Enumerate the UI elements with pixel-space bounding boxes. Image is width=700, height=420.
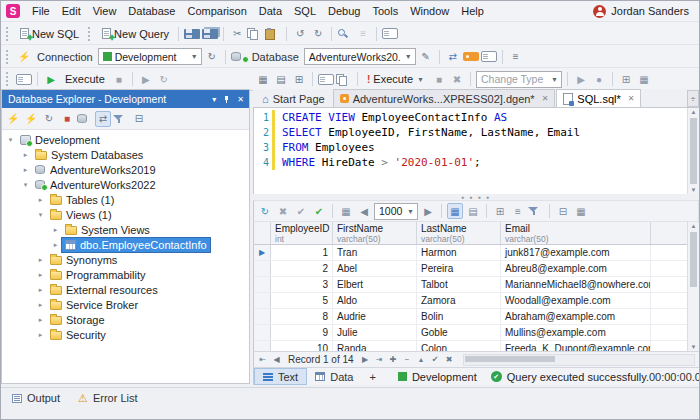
tree-item-system-views[interactable]: ▸System Views (2, 222, 249, 237)
grid-cell[interactable]: 2 (271, 261, 333, 276)
card-view-icon[interactable]: ⊞ (492, 203, 508, 219)
tree-item-storage[interactable]: ▸Storage (2, 312, 249, 327)
results-tab-data[interactable]: Data (307, 368, 361, 385)
stop-icon[interactable]: ■ (111, 71, 127, 87)
chart-icon[interactable]: ▦ (636, 71, 652, 87)
scroll-up-icon[interactable]: ▲ (688, 223, 699, 229)
tree-item-dbo-employeecontactinfo[interactable]: ▸dbo.EmployeeContactInfo (2, 237, 249, 252)
code-line[interactable]: 2SELECT EmployeeID, FirstName, LastName,… (254, 125, 687, 140)
tree-item-synonyms[interactable]: ▸Synonyms (2, 252, 249, 267)
new-window-icon[interactable] (16, 74, 32, 85)
tree-item-adventureworks2022[interactable]: ▾AdventureWorks2022 (2, 177, 249, 192)
menu-tools[interactable]: Tools (366, 1, 404, 21)
grid-scrollbar[interactable]: ▲ ▼ (687, 222, 699, 351)
editor-scrollbar[interactable]: ▲ ▼ (687, 108, 699, 194)
append-record-button[interactable]: ✚ (387, 353, 400, 366)
explorer-header[interactable]: Database Explorer - Development ▾ ✕ (2, 90, 249, 108)
grid-cell[interactable]: Abel (333, 261, 417, 276)
expander-icon[interactable]: ▸ (36, 196, 45, 204)
table-row[interactable]: 9JulieGobleMullins@example.com (254, 325, 687, 341)
column-header-email[interactable]: Emailvarchar(50) (501, 222, 651, 244)
menu-help[interactable]: Help (455, 1, 490, 21)
database-icon[interactable] (231, 51, 247, 62)
first-record-button[interactable]: ⇤ (256, 353, 269, 366)
grid-cell[interactable]: Bolin (417, 309, 501, 324)
scrollbar-thumb[interactable] (465, 356, 555, 362)
tab-data-generator[interactable]: AdventureWorks...XPRESS02].dgen*✕ (333, 89, 556, 107)
grid-cell[interactable]: Elbert (333, 277, 417, 292)
connect-icon[interactable]: ⚡ (5, 111, 21, 127)
user-account-button[interactable]: Jordan Sanders (593, 5, 699, 18)
results-layout-icon[interactable]: ⊞ (291, 71, 307, 87)
refresh-explorer-icon[interactable]: ↻ (41, 111, 57, 127)
refresh-connection-icon[interactable]: ↻ (204, 49, 220, 65)
grid-cell[interactable]: Pereira (417, 261, 501, 276)
copy-doc-icon[interactable] (336, 74, 352, 85)
grid-cell[interactable]: Abraham@example.com (501, 309, 651, 324)
data-generator-icon[interactable] (463, 52, 479, 61)
query-doc-icon[interactable] (318, 74, 334, 85)
expander-icon[interactable]: ▾ (21, 181, 30, 189)
menu-data[interactable]: Data (253, 1, 288, 21)
grid-cell[interactable]: 8 (271, 309, 333, 324)
fetch-all-icon[interactable]: ▦ (338, 203, 354, 219)
menu-sql[interactable]: SQL (288, 1, 322, 21)
save-icon[interactable] (184, 29, 200, 39)
grid-cell[interactable]: Tran (333, 245, 417, 260)
expander-icon[interactable]: ▸ (36, 301, 45, 309)
documenter-icon[interactable] (481, 51, 497, 62)
menu-view[interactable]: View (87, 1, 123, 21)
redo-icon[interactable]: ↻ (310, 26, 326, 42)
commit-icon[interactable]: ✔ (311, 203, 327, 219)
expander-icon[interactable]: ▾ (36, 211, 45, 219)
row-limit-combo[interactable]: 1000▼ (374, 203, 418, 220)
sync-with-editor-icon[interactable]: ⇄ (95, 111, 111, 127)
column-header-lastname[interactable]: LastNamevarchar(50) (417, 222, 501, 244)
stop-execution-icon[interactable]: ■ (431, 71, 447, 87)
grid-cell[interactable]: 1 (271, 245, 333, 260)
sql-editor[interactable]: 1CREATE VIEW EmployeeContactInfo AS2SELE… (253, 108, 687, 194)
expander-icon[interactable]: ▸ (21, 166, 30, 174)
grid-cell[interactable]: Woodall@example.com (501, 293, 651, 308)
grid-cell[interactable]: Freeda_K_Dupont@example.com (501, 341, 651, 351)
grid-cell[interactable]: Zamora (417, 293, 501, 308)
expander-icon[interactable]: ▸ (36, 286, 45, 294)
last-record-button[interactable]: ⇥ (373, 353, 386, 366)
row-indicator[interactable] (254, 293, 271, 308)
stop-refresh-icon[interactable]: ■ (59, 111, 75, 127)
code-line[interactable]: 3FROM Employees (254, 140, 687, 155)
grid-cell[interactable]: Talbot (417, 277, 501, 292)
expander-icon[interactable]: ▸ (36, 316, 45, 324)
tab-output[interactable]: Output (4, 388, 68, 408)
aggregates-icon[interactable]: ≡ (510, 203, 526, 219)
new-query-button[interactable]: New Query (98, 27, 173, 41)
tab-sql-document[interactable]: SQL.sql*✕ (556, 89, 641, 107)
editor-split-handle[interactable]: ÷ (687, 90, 699, 107)
grid-cell[interactable]: 3 (271, 277, 333, 292)
cancel-execution-icon[interactable]: ✖ (449, 71, 465, 87)
scrollbar-thumb[interactable] (690, 232, 697, 287)
grid-cell[interactable]: Aldo (333, 293, 417, 308)
window-position-icon[interactable]: ▾ (212, 95, 216, 104)
refresh-data-icon[interactable]: ↻ (257, 203, 273, 219)
row-indicator[interactable] (254, 325, 271, 340)
scroll-up-icon[interactable]: ▲ (688, 109, 699, 115)
close-icon[interactable]: ✕ (628, 94, 635, 103)
menu-debug[interactable]: Debug (322, 1, 366, 21)
table-row[interactable]: 10RandaColonFreeda_K_Dupont@example.com (254, 341, 687, 351)
grid-corner[interactable] (254, 222, 271, 244)
results-tab-text[interactable]: Text (254, 368, 307, 385)
scroll-down-icon[interactable]: ▼ (688, 187, 699, 193)
connection-combo[interactable]: Development▼ (98, 48, 202, 65)
grid-view-icon[interactable]: ▦ (447, 203, 463, 219)
expander-icon[interactable]: ▸ (36, 271, 45, 279)
cut-icon[interactable]: ✂ (229, 26, 245, 42)
grid-cell[interactable]: 10 (271, 341, 333, 351)
row-indicator[interactable] (254, 341, 271, 351)
grid-cell[interactable]: Goble (417, 325, 501, 340)
row-indicator[interactable] (254, 261, 271, 276)
text-results-view-icon[interactable]: ▤ (465, 203, 481, 219)
expander-icon[interactable]: ▸ (36, 256, 45, 264)
column-header-employeeid[interactable]: EmployeeIDint (271, 222, 333, 244)
new-connection-icon[interactable] (77, 113, 93, 124)
